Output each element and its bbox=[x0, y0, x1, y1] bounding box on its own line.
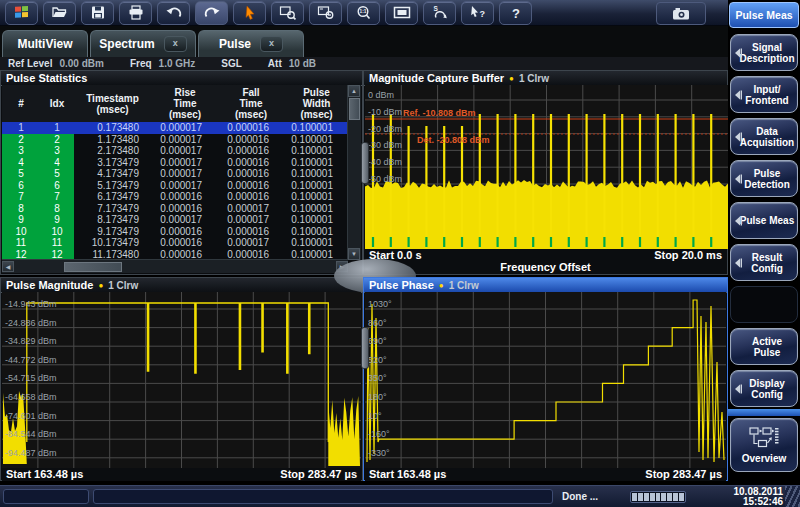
app-button-pulse-meas[interactable]: Pulse Meas bbox=[729, 2, 799, 28]
softkey-input-frontend[interactable]: Input/ Frontend bbox=[730, 76, 798, 113]
svg-text:180°: 180° bbox=[368, 392, 387, 402]
phase-start-label: Start 163.48 µs bbox=[369, 468, 446, 481]
tab-close-icon[interactable]: x bbox=[164, 36, 187, 52]
table-cell: 0.100001 bbox=[283, 226, 350, 238]
table-cell: 0.000017 bbox=[151, 168, 219, 180]
print-button[interactable] bbox=[119, 1, 152, 25]
progress-segment bbox=[656, 493, 661, 501]
pulse-statistics-panel[interactable]: Pulse Statistics #IdxTimestamp (msec)Ris… bbox=[0, 70, 363, 275]
table-cell: 0.000016 bbox=[151, 191, 219, 203]
tab-close-icon[interactable]: x bbox=[260, 36, 283, 52]
continuous-sweep-button[interactable]: S bbox=[423, 1, 456, 25]
help-button[interactable]: ? bbox=[499, 1, 532, 25]
table-cell: 0.100001 bbox=[283, 145, 350, 157]
table-cell: 0.100001 bbox=[283, 168, 350, 180]
table-cell: 0.000016 bbox=[151, 203, 219, 215]
display-update-button[interactable] bbox=[385, 1, 418, 25]
undo-button[interactable] bbox=[157, 1, 190, 25]
column-header: Pulse Width (msec) bbox=[283, 87, 350, 120]
trace-color-dot: ● bbox=[98, 279, 103, 292]
table-row[interactable]: 110.1734800.0000170.0000160.100001 bbox=[2, 122, 350, 134]
resize-grip[interactable] bbox=[785, 486, 800, 507]
statistics-horizontal-scrollbar[interactable]: ◀ ▶ bbox=[2, 259, 348, 273]
vertical-splitter-grip[interactable] bbox=[361, 142, 369, 184]
zoom-out-device-button[interactable] bbox=[309, 1, 342, 25]
magnitude-axis-bar: Start 163.48 µs Stop 283.47 µs bbox=[2, 468, 361, 481]
table-row[interactable]: 10109.1734790.0000160.0000160.100001 bbox=[2, 226, 350, 238]
horizontal-scroll-thumb[interactable] bbox=[64, 262, 122, 272]
tab-multiview[interactable]: MultiView bbox=[2, 30, 88, 57]
scroll-down-icon[interactable]: ▼ bbox=[348, 248, 360, 260]
pulse-phase-panel[interactable]: Pulse Phase ● 1 Clrw 1030°860°690°520°35… bbox=[363, 277, 728, 481]
svg-text:-54.715 dBm: -54.715 dBm bbox=[5, 373, 57, 383]
open-file-icon bbox=[51, 5, 69, 20]
table-cell: 8.173479 bbox=[74, 214, 151, 226]
statistics-vertical-scrollbar[interactable]: ▲ ▼ bbox=[347, 85, 361, 260]
pulse-phase-plot[interactable]: 1030°860°690°520°350°180°10°-160°-330° bbox=[365, 292, 726, 468]
table-row[interactable]: 111110.1734790.0000160.0000170.100001 bbox=[2, 237, 350, 249]
select-pointer-button[interactable] bbox=[233, 1, 266, 25]
zoom-area-button[interactable] bbox=[271, 1, 304, 25]
open-file-button[interactable] bbox=[43, 1, 76, 25]
save-button[interactable] bbox=[81, 1, 114, 25]
scroll-left-icon[interactable]: ◀ bbox=[2, 261, 14, 272]
pulse-phase-title-text: Pulse Phase bbox=[369, 279, 434, 292]
info-value: 10 dB bbox=[289, 57, 316, 70]
table-cell: 0.000016 bbox=[219, 226, 283, 238]
info-value: 1.0 GHz bbox=[159, 57, 196, 70]
tab-spectrum[interactable]: Spectrumx bbox=[90, 30, 196, 57]
table-row[interactable]: 665.1734790.0000170.0000160.100001 bbox=[2, 180, 350, 192]
table-row[interactable]: 332.1734800.0000170.0000160.100001 bbox=[2, 145, 350, 157]
zoom-area-icon bbox=[279, 5, 297, 20]
table-cell: 3.173479 bbox=[74, 157, 151, 169]
zoom-out-device-icon bbox=[317, 5, 335, 20]
redo-button[interactable] bbox=[195, 1, 228, 25]
softkey-data-acquisition[interactable]: Data Acquisition bbox=[730, 118, 798, 155]
table-row[interactable]: 776.1734790.0000160.0000160.100001 bbox=[2, 191, 350, 203]
vertical-splitter-grip[interactable] bbox=[361, 327, 369, 369]
softkey-label: Pulse Detection bbox=[739, 168, 795, 190]
progress-segment bbox=[632, 493, 637, 501]
vertical-scroll-thumb[interactable] bbox=[349, 98, 360, 120]
overview-button[interactable]: Overview bbox=[730, 418, 798, 472]
softkey-signal-description[interactable]: Signal Description bbox=[730, 34, 798, 71]
table-cell: 0.000017 bbox=[219, 203, 283, 215]
pulse-magnitude-plot[interactable]: -14.943 dBm-24.886 dBm-34.829 dBm-44.772… bbox=[2, 292, 361, 468]
camera-icon bbox=[672, 6, 690, 21]
progress-segment bbox=[661, 493, 666, 501]
info-label: SGL bbox=[221, 57, 242, 70]
magnitude-capture-plot[interactable]: Ref. -10.808 dBmDet. -20.808 dBm0 dBm-10… bbox=[365, 85, 728, 249]
softkey-pulse-detection[interactable]: Pulse Detection bbox=[730, 160, 798, 197]
softkey-result-config[interactable]: Result Config bbox=[730, 244, 798, 281]
table-row[interactable]: 887.1734790.0000160.0000170.100001 bbox=[2, 203, 350, 215]
table-cell: 0.100001 bbox=[283, 203, 350, 215]
status-message-section bbox=[93, 489, 553, 504]
softkey-active-pulse[interactable]: Active Pulse bbox=[730, 328, 798, 365]
table-row[interactable]: 554.1734790.0000170.0000160.100001 bbox=[2, 168, 350, 180]
redo-icon bbox=[203, 5, 221, 20]
softkey-display-config[interactable]: Display Config bbox=[730, 370, 798, 407]
scroll-up-icon[interactable]: ▲ bbox=[348, 85, 360, 97]
screenshot-button[interactable] bbox=[656, 2, 706, 25]
softkey-blank[interactable] bbox=[730, 286, 798, 323]
magnitude-capture-panel[interactable]: Magnitude Capture Buffer ● 1 Clrw Ref. -… bbox=[363, 70, 728, 275]
time-label: 15:52:46 bbox=[734, 497, 784, 507]
table-cell: 0.000017 bbox=[151, 145, 219, 157]
table-row[interactable]: 443.1734790.0000170.0000160.100001 bbox=[2, 157, 350, 169]
column-header: Rise Time (msec) bbox=[151, 87, 219, 120]
table-row[interactable]: 221.1734800.0000170.0000160.100001 bbox=[2, 134, 350, 146]
table-cell: 7 bbox=[2, 191, 40, 203]
context-help-button[interactable]: ? bbox=[461, 1, 494, 25]
softkey-pulse-meas[interactable]: Pulse Meas bbox=[730, 202, 798, 239]
tab-pulse[interactable]: Pulsex bbox=[198, 30, 304, 57]
capture-xaxis-label: Frequency Offset bbox=[365, 261, 726, 274]
windows-logo-button[interactable] bbox=[5, 1, 38, 25]
table-cell: 2 bbox=[2, 134, 40, 146]
help-icon: ? bbox=[507, 5, 525, 20]
svg-text:0 dBm: 0 dBm bbox=[368, 90, 394, 100]
table-cell: 5 bbox=[2, 168, 40, 180]
table-cell: 0.000017 bbox=[219, 237, 283, 249]
zoom-1-1-button[interactable]: 1:1 bbox=[347, 1, 380, 25]
pulse-magnitude-panel[interactable]: Pulse Magnitude ● 1 Clrw -14.943 dBm-24.… bbox=[0, 277, 363, 481]
table-row[interactable]: 998.1734790.0000170.0000170.100001 bbox=[2, 214, 350, 226]
